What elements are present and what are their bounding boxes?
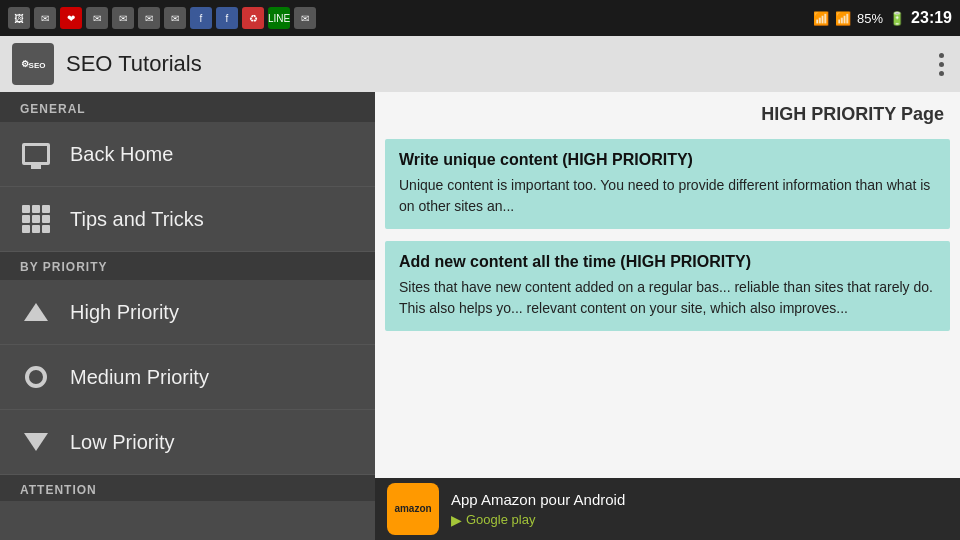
notif-icon-5: ✉ <box>112 7 134 29</box>
ad-bar[interactable]: amazon App Amazon pour Android ▶ Google … <box>375 478 960 540</box>
notification-icons: 🖼 ✉ ❤ ✉ ✉ ✉ ✉ f f ♻ LINE ✉ <box>8 7 316 29</box>
notif-icon-4: ✉ <box>86 7 108 29</box>
ad-main-text: App Amazon pour Android <box>451 491 625 508</box>
sidebar-item-tips-tricks[interactable]: Tips and Tricks <box>0 187 375 252</box>
tip-card-1-body: Unique content is important too. You nee… <box>399 175 936 217</box>
app-bar-left: ⚙ SEO SEO Tutorials <box>12 43 202 85</box>
tip-card-2[interactable]: Add new content all the time (HIGH PRIOR… <box>385 241 950 331</box>
sidebar-item-back-home[interactable]: Back Home <box>0 122 375 187</box>
sidebar-item-medium-priority[interactable]: Medium Priority <box>0 345 375 410</box>
low-priority-label: Low Priority <box>70 431 174 454</box>
circle-icon <box>20 361 52 393</box>
down-arrow-icon <box>20 426 52 458</box>
ad-content: App Amazon pour Android ▶ Google play <box>451 491 625 528</box>
sidebar-item-high-priority[interactable]: High Priority <box>0 280 375 345</box>
app-logo: ⚙ SEO <box>12 43 54 85</box>
notif-icon-1: 🖼 <box>8 7 30 29</box>
high-priority-label: High Priority <box>70 301 179 324</box>
battery-icon: 🔋 <box>889 11 905 26</box>
tip-card-2-title: Add new content all the time (HIGH PRIOR… <box>399 253 936 271</box>
monitor-icon <box>20 138 52 170</box>
content-title: HIGH PRIORITY Page <box>375 92 960 133</box>
tip-card-2-body: Sites that have new content added on a r… <box>399 277 936 319</box>
notif-icon-3: ❤ <box>60 7 82 29</box>
ad-sub-row: ▶ Google play <box>451 512 625 528</box>
notif-icon-hearts: ♻ <box>242 7 264 29</box>
notif-icon-facebook: f <box>190 7 212 29</box>
tip-card-1-title: Write unique content (HIGH PRIORITY) <box>399 151 936 169</box>
section-header-attention: ATTENTION <box>0 475 375 501</box>
overflow-dot-2 <box>939 62 944 67</box>
up-arrow-icon <box>20 296 52 328</box>
wifi-icon: 📶 <box>813 11 829 26</box>
tip-card-1[interactable]: Write unique content (HIGH PRIORITY) Uni… <box>385 139 950 229</box>
google-play-icon: ▶ <box>451 512 462 528</box>
overflow-menu-button[interactable] <box>935 45 948 84</box>
signal-icon: 📶 <box>835 11 851 26</box>
app-title: SEO Tutorials <box>66 51 202 77</box>
amazon-icon: amazon <box>387 483 439 535</box>
overflow-dot-3 <box>939 71 944 76</box>
section-header-by-priority: BY PRIORITY <box>0 252 375 280</box>
clock: 23:19 <box>911 9 952 27</box>
overflow-dot-1 <box>939 53 944 58</box>
battery-indicator: 85% <box>857 11 883 26</box>
notif-icon-6: ✉ <box>138 7 160 29</box>
status-indicators: 📶 📶 85% 🔋 23:19 <box>813 9 952 27</box>
notif-icon-facebook2: f <box>216 7 238 29</box>
sidebar: GENERAL Back Home Tips and Tricks BY PRI… <box>0 92 375 540</box>
grid-icon <box>20 203 52 235</box>
back-home-label: Back Home <box>70 143 173 166</box>
content-area: HIGH PRIORITY Page Write unique content … <box>375 92 960 540</box>
ad-sub-text: Google play <box>466 512 535 527</box>
notif-icon-email-last: ✉ <box>294 7 316 29</box>
tips-tricks-label: Tips and Tricks <box>70 208 204 231</box>
section-header-general: GENERAL <box>0 92 375 122</box>
notif-icon-7: ✉ <box>164 7 186 29</box>
sidebar-item-low-priority[interactable]: Low Priority <box>0 410 375 475</box>
medium-priority-label: Medium Priority <box>70 366 209 389</box>
app-bar: ⚙ SEO SEO Tutorials <box>0 36 960 92</box>
notif-icon-2: ✉ <box>34 7 56 29</box>
main-layout: GENERAL Back Home Tips and Tricks BY PRI… <box>0 92 960 540</box>
status-bar: 🖼 ✉ ❤ ✉ ✉ ✉ ✉ f f ♻ LINE ✉ 📶 📶 85% 🔋 23:… <box>0 0 960 36</box>
notif-icon-line: LINE <box>268 7 290 29</box>
